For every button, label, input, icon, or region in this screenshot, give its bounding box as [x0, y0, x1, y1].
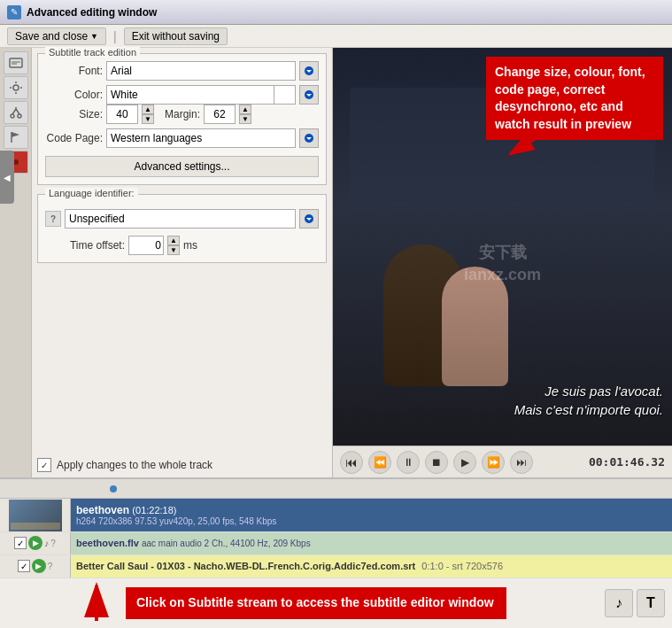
font-input[interactable] [106, 61, 296, 81]
time-offset-label: Time offset: [63, 239, 125, 252]
codepage-input[interactable] [106, 128, 296, 148]
fast-forward-btn[interactable]: ⏭ [510, 451, 533, 474]
font-combo-btn[interactable] [299, 61, 319, 81]
svg-rect-0 [10, 58, 22, 67]
svg-point-4 [11, 114, 14, 118]
margin-up-btn[interactable]: ▲ [239, 105, 251, 114]
stop-btn[interactable]: ⏹ [425, 451, 448, 474]
video-track-title: beethoven (01:22:18) [76, 504, 667, 516]
subtitle-overlay: Je suis pas l'avocat. Mais c'est n'impor… [514, 382, 663, 419]
nav-left-arrow[interactable]: ◀ [0, 151, 14, 204]
prev-btn[interactable]: ⏪ [368, 451, 391, 474]
subtitle-track-group: Subtitle track edition Font: Color: Whit… [37, 53, 327, 185]
annotation-box: Change size, colour, font, code page, co… [486, 57, 663, 140]
toolbar-cut-btn[interactable] [4, 101, 28, 124]
next-btn[interactable]: ⏩ [482, 451, 505, 474]
color-input[interactable] [106, 85, 296, 105]
music-icon-btn[interactable]: ♪ [605, 589, 633, 617]
rewind-btn[interactable]: ⏮ [340, 451, 363, 474]
language-row: ? [45, 209, 319, 229]
timeline-scrollbar[interactable] [0, 479, 672, 499]
color-row: Color: [45, 85, 319, 105]
audio-track-content: beethoven.flv aac main audio 2 Ch., 4410… [71, 532, 672, 554]
toolbar-subtitle-btn[interactable] [4, 51, 28, 74]
pause-btn[interactable]: ⏸ [397, 451, 420, 474]
window-title: Advanced editing window [27, 6, 157, 19]
color-combo-btn[interactable] [299, 85, 319, 105]
svg-line-7 [16, 109, 19, 114]
ms-unit: ms [183, 239, 197, 252]
audio-track-header: ✓ ▶ ♪ ? [0, 532, 71, 554]
app-icon: ✎ [7, 5, 21, 19]
video-preview: Change size, colour, font, code page, co… [333, 48, 672, 446]
margin-label: Margin: [165, 108, 200, 120]
language-combo-btn[interactable] [299, 209, 319, 229]
timecode: 00:01:46.32 [589, 455, 665, 469]
size-spinners: ▲ ▼ [142, 105, 154, 124]
subtitle-checkbox[interactable]: ✓ [18, 560, 30, 572]
time-up-btn[interactable]: ▲ [167, 236, 180, 245]
left-panel: Subtitle track edition Font: Color: Whit… [32, 48, 333, 477]
svg-point-3 [13, 85, 19, 90]
margin-down-btn[interactable]: ▼ [239, 114, 251, 124]
audio-track-row: ✓ ▶ ♪ ? beethoven.flv aac main audio 2 C… [0, 532, 672, 555]
video-controls: ⏮ ⏪ ⏸ ⏹ ▶ ⏩ ⏭ 00:01:46.32 [333, 446, 672, 477]
size-up-btn[interactable]: ▲ [142, 105, 154, 114]
toolbar-settings-btn[interactable] [4, 76, 28, 99]
bottom-annotation-area: Click on Subtitle stream to access the s… [0, 578, 672, 628]
timeline-area: beethoven (01:22:18) h264 720x386 97.53 … [0, 477, 672, 628]
subtitle-track-row[interactable]: ✓ ▶ ? Better Call Saul - 01X03 - Nacho.W… [0, 555, 672, 578]
subtitle-play-btn[interactable]: ▶ [32, 559, 46, 573]
scroll-indicator [110, 485, 117, 492]
subtitle-track-header: ✓ ▶ ? [0, 555, 71, 578]
audio-checkbox[interactable]: ✓ [14, 537, 27, 549]
title-bar: ✎ Advanced editing window [0, 0, 672, 25]
font-label: Font: [45, 65, 103, 77]
codepage-label: Code Page: [45, 132, 103, 144]
bottom-icons: ♪ T [601, 585, 668, 621]
video-track-row: beethoven (01:22:18) h264 720x386 97.53 … [0, 499, 672, 531]
subtitle-track-content[interactable]: Better Call Saul - 01X03 - Nacho.WEB-DL.… [71, 555, 672, 578]
video-thumbnail [9, 500, 62, 531]
watermark: 安下载 ianxz.com [464, 242, 541, 286]
video-track-info: h264 720x386 97.53 yuv420p, 25,00 fps, 5… [76, 516, 667, 526]
toolbar-flag-btn[interactable] [4, 126, 28, 149]
language-group: Language identifier: ? Time offset: ▲ ▼ … [37, 194, 327, 263]
language-group-title: Language identifier: [45, 188, 138, 198]
play-btn[interactable]: ▶ [453, 451, 476, 474]
bottom-annotation: Click on Subtitle stream to access the s… [126, 587, 506, 619]
save-close-button[interactable]: Save and close ▼ [7, 27, 106, 45]
bottom-arrow-icon [74, 581, 119, 625]
time-offset-row: Time offset: ▲ ▼ ms [45, 236, 319, 255]
menu-bar: Save and close ▼ | Exit without saving [0, 25, 672, 48]
codepage-row: Code Page: [45, 128, 319, 148]
exit-no-save-button[interactable]: Exit without saving [124, 27, 228, 45]
apply-check-row: ✓ Apply changes to the whole track [37, 451, 327, 472]
language-input[interactable] [65, 209, 296, 229]
size-input[interactable] [106, 105, 138, 124]
video-track-content: beethoven (01:22:18) h264 720x386 97.53 … [71, 499, 672, 531]
subtitle-track-title: Subtitle track edition [45, 47, 140, 58]
time-offset-input[interactable] [128, 236, 164, 255]
language-icon: ? [45, 211, 61, 227]
apply-checkbox[interactable]: ✓ [37, 458, 51, 472]
video-track-header [0, 499, 71, 531]
menu-separator: | [113, 29, 117, 43]
color-label: Color: [45, 89, 103, 101]
main-area: Subtitle track edition Font: Color: Whit… [0, 48, 672, 477]
codepage-combo-btn[interactable] [299, 128, 319, 148]
time-down-btn[interactable]: ▼ [167, 245, 180, 255]
text-icon-btn[interactable]: T [637, 589, 665, 617]
left-toolbar [0, 48, 32, 477]
advanced-settings-btn[interactable]: Advanced settings... [45, 156, 319, 177]
video-panel: Change size, colour, font, code page, co… [333, 48, 672, 477]
margin-spinners: ▲ ▼ [239, 105, 251, 124]
size-label: Size: [45, 108, 103, 120]
svg-line-6 [12, 109, 16, 114]
time-offset-spinners: ▲ ▼ [167, 236, 180, 255]
size-down-btn[interactable]: ▼ [142, 114, 154, 124]
apply-label: Apply changes to the whole track [57, 459, 212, 471]
font-row: Font: [45, 61, 319, 81]
audio-play-btn[interactable]: ▶ [28, 536, 42, 550]
margin-input[interactable] [204, 105, 236, 124]
